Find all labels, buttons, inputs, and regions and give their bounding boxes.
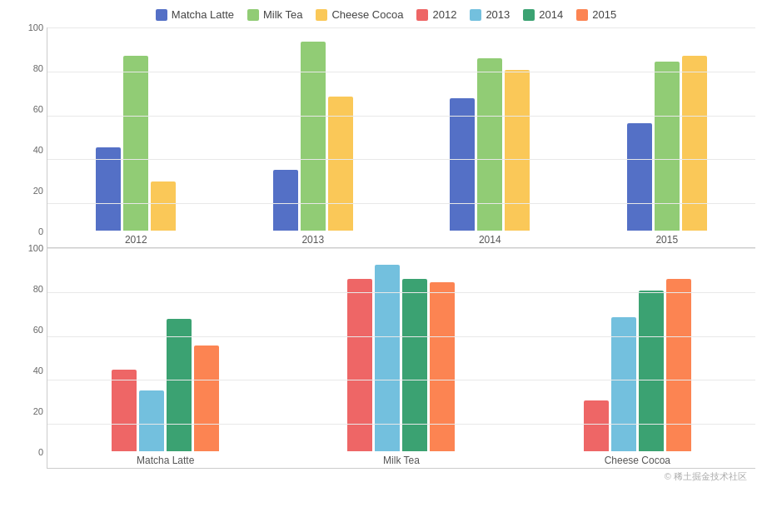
chart1-inner: 2012201320142015 (47, 27, 755, 248)
bar-group: 2013 (225, 27, 402, 247)
legend-label: 2012 (432, 8, 456, 21)
bar (194, 346, 219, 451)
chart2-container: 020406080100 Matcha LatteMilk TeaCheese … (17, 248, 755, 469)
legend-color (247, 9, 259, 21)
bar (505, 70, 530, 231)
legend-label: Matcha Latte (172, 8, 234, 21)
bars-row (47, 27, 225, 231)
legend: Matcha LatteMilk TeaCheese Cocoa20122013… (156, 8, 616, 21)
legend-item: Matcha Latte (156, 8, 234, 21)
bars-row (520, 248, 755, 451)
bar (375, 265, 400, 451)
x-label: Milk Tea (383, 451, 420, 468)
watermark: © 稀土掘金技术社区 (17, 470, 755, 483)
bar-group: 2014 (401, 27, 579, 247)
bar (584, 400, 609, 451)
bars-row (225, 27, 402, 231)
legend-item: Cheese Cocoa (316, 8, 403, 21)
x-label: 2014 (479, 231, 501, 247)
bar (655, 62, 680, 231)
legend-item: 2013 (470, 8, 510, 21)
bars-row (401, 27, 579, 231)
bar (666, 279, 691, 451)
chart1-bars: 2012201320142015 (47, 27, 755, 248)
bar (627, 123, 652, 231)
bar-group: Matcha Latte (47, 248, 283, 468)
x-label: 2013 (301, 231, 324, 247)
bar (477, 58, 502, 231)
legend-color (470, 9, 481, 21)
bar (402, 279, 427, 451)
legend-label: Cheese Cocoa (331, 8, 403, 21)
x-label: Matcha Latte (137, 451, 194, 468)
legend-item: 2015 (576, 8, 616, 21)
bar (328, 97, 353, 231)
bar (151, 181, 176, 231)
chart2-y-axis: 020406080100 (17, 248, 47, 469)
legend-color (576, 9, 588, 21)
legend-color (416, 9, 428, 21)
bar (639, 291, 664, 451)
legend-label: 2014 (539, 8, 563, 21)
legend-label: 2015 (592, 8, 616, 21)
legend-color (523, 9, 535, 21)
x-label: Cheese Cocoa (605, 451, 670, 468)
x-label: 2012 (125, 231, 147, 247)
bar-group: Cheese Cocoa (520, 248, 755, 468)
bar (96, 147, 121, 231)
bars-row (579, 27, 756, 231)
legend-color (156, 9, 167, 21)
legend-label: Milk Tea (263, 8, 302, 21)
bar (450, 98, 475, 231)
bars-row (47, 248, 283, 451)
x-label: 2015 (655, 231, 678, 247)
bar-group: 2012 (47, 27, 225, 247)
bar (167, 319, 192, 451)
bar-group: Milk Tea (283, 248, 519, 468)
bar (682, 56, 707, 231)
chart1-area: 020406080100 2012201320142015 (17, 27, 755, 248)
legend-item: Milk Tea (247, 8, 302, 21)
bar (273, 170, 298, 231)
chart1-y-axis: 020406080100 (17, 27, 47, 248)
legend-color (316, 9, 327, 21)
bar-group: 2015 (579, 27, 756, 247)
legend-item: 2014 (523, 8, 563, 21)
bar (112, 370, 137, 451)
legend-item: 2012 (416, 8, 456, 21)
chart1-container: 020406080100 2012201320142015 (17, 27, 755, 248)
bar (347, 279, 372, 451)
chart2-inner: Matcha LatteMilk TeaCheese Cocoa (47, 248, 755, 469)
chart2-area: 020406080100 Matcha LatteMilk TeaCheese … (17, 248, 755, 469)
bar (611, 317, 636, 451)
bar (301, 42, 326, 231)
legend-label: 2013 (486, 8, 510, 21)
bar (430, 282, 455, 451)
chart2-bars: Matcha LatteMilk TeaCheese Cocoa (47, 248, 755, 469)
bars-row (283, 248, 519, 451)
bar (123, 56, 148, 231)
bar (139, 390, 164, 451)
